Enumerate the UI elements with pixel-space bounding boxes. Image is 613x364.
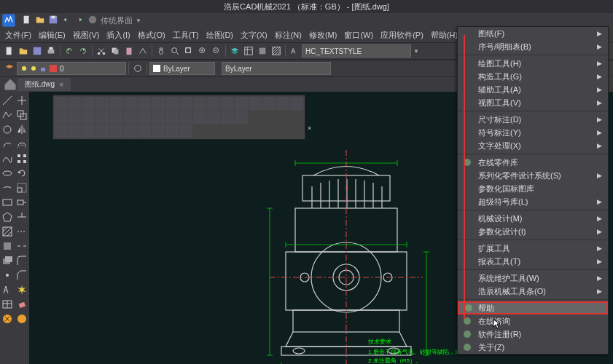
polygon-icon[interactable]	[1, 211, 13, 223]
cut-icon[interactable]	[95, 44, 108, 58]
menu-10[interactable]: 窗口(W)	[340, 28, 377, 42]
textstyle-combo[interactable]: HC_TEXTSTYLE	[302, 44, 411, 58]
menu-item[interactable]: 系列化零件设计系统(S)▶	[458, 169, 608, 182]
ft-btn[interactable]	[55, 111, 68, 124]
linetype-combo[interactable]: ByLayer	[222, 62, 331, 75]
ft-btn[interactable]	[110, 111, 123, 124]
ft-btn[interactable]	[96, 111, 109, 124]
ft-btn[interactable]	[138, 111, 151, 124]
text-icon[interactable]	[1, 284, 13, 296]
point-icon[interactable]	[1, 269, 13, 281]
ft-btn[interactable]	[152, 124, 165, 138]
region-icon[interactable]	[1, 240, 13, 252]
ft-btn[interactable]	[221, 97, 234, 110]
trim-icon[interactable]	[16, 211, 28, 223]
menu-item[interactable]: 构造工具(G)▶	[458, 70, 608, 83]
menu-item[interactable]: 辅助工具(A)▶	[458, 83, 608, 96]
layer-mgr-icon[interactable]	[3, 62, 16, 75]
menu-item[interactable]: 参数化设计(I)▶	[458, 225, 608, 238]
ft-btn[interactable]	[179, 111, 192, 124]
menu-9[interactable]: 修改(M)	[305, 28, 341, 42]
props-icon[interactable]	[242, 44, 255, 58]
ft-btn[interactable]	[165, 97, 179, 110]
menu-item[interactable]: 在线咨询	[458, 314, 608, 328]
dropdown-icon[interactable]: ▼	[413, 48, 419, 55]
menu-6[interactable]: 绘图(D)	[203, 28, 237, 42]
menu-item[interactable]: 绘图工具(H)▶	[458, 57, 608, 70]
chamfer-icon[interactable]	[16, 269, 28, 281]
menu-7[interactable]: 文字(X)	[237, 28, 271, 42]
ft-btn[interactable]	[165, 111, 179, 124]
menu-4[interactable]: 格式(O)	[134, 28, 169, 42]
menu-item[interactable]: 帮助	[458, 301, 608, 314]
menu-0[interactable]: 文件(F)	[1, 28, 35, 42]
offset-icon[interactable]	[16, 138, 28, 150]
ft-btn[interactable]	[207, 97, 220, 110]
menu-item[interactable]: 文字处理(X)▶	[458, 139, 608, 152]
menu-item[interactable]: 扩展工具▶	[458, 242, 608, 255]
app-logo[interactable]	[1, 13, 16, 28]
wipeout2-icon[interactable]	[16, 313, 28, 325]
rotate-icon[interactable]	[16, 167, 28, 179]
move-icon[interactable]	[16, 95, 28, 106]
ft-btn[interactable]	[82, 97, 95, 110]
layers-icon[interactable]	[228, 44, 241, 58]
print-icon[interactable]	[44, 44, 58, 58]
menu-3[interactable]: 插入(I)	[103, 28, 133, 42]
hatch-icon[interactable]	[1, 226, 13, 237]
ft-btn[interactable]	[124, 111, 137, 124]
ft-btn[interactable]	[276, 97, 289, 110]
ft-btn[interactable]	[249, 97, 262, 110]
save-icon[interactable]	[31, 44, 44, 58]
ft-btn[interactable]	[221, 111, 234, 124]
layer-prev-icon[interactable]	[131, 62, 144, 75]
ft-btn[interactable]	[124, 97, 137, 110]
menu-item[interactable]: 关于(Z)	[458, 341, 608, 354]
new-icon[interactable]	[3, 44, 16, 58]
menu-item[interactable]: 系统维护工具(W)▶	[458, 272, 608, 285]
erase-icon[interactable]	[16, 298, 28, 310]
dropdown-icon[interactable]: ▼	[136, 17, 141, 24]
arc-icon[interactable]	[1, 138, 13, 150]
text-icon[interactable]	[288, 44, 301, 58]
ft-btn[interactable]	[165, 124, 179, 138]
ft-btn[interactable]	[55, 124, 68, 138]
menu-item[interactable]: 超级符号库(L)▶	[458, 195, 608, 208]
close-icon[interactable]: ×	[59, 81, 63, 89]
doc-tab[interactable]: 图纸.dwg ×	[17, 78, 71, 91]
ft-btn[interactable]	[207, 111, 220, 124]
menu-item[interactable]: 软件注册(R)	[458, 328, 608, 341]
save-icon[interactable]	[48, 15, 58, 26]
undo-icon[interactable]	[63, 44, 76, 58]
redo-icon[interactable]	[77, 44, 90, 58]
menu-8[interactable]: 标注(N)	[271, 28, 305, 42]
explode-icon[interactable]	[16, 284, 28, 296]
ft-btn[interactable]	[96, 97, 109, 110]
menu-item[interactable]: 序号/明细表(B)▶	[458, 40, 608, 53]
polyline-icon[interactable]	[1, 109, 13, 121]
redo-icon[interactable]	[74, 15, 85, 26]
ft-btn[interactable]	[69, 97, 82, 110]
copy-icon[interactable]	[16, 109, 28, 121]
ft-btn[interactable]	[55, 97, 68, 110]
mirror-icon[interactable]	[16, 124, 28, 135]
menu-item[interactable]: 机械设计(M)▶	[458, 212, 608, 225]
ft-btn[interactable]	[193, 111, 206, 124]
table-icon[interactable]	[1, 298, 13, 310]
menu-11[interactable]: 应用软件(P)	[377, 28, 427, 42]
open-icon[interactable]	[17, 44, 30, 58]
ft-btn[interactable]	[110, 124, 123, 138]
menu-item[interactable]: 在线零件库	[458, 156, 608, 169]
wipeout-icon[interactable]	[1, 313, 13, 325]
scale-icon[interactable]	[16, 182, 28, 194]
ft-btn[interactable]	[82, 124, 95, 138]
spline-icon[interactable]	[1, 153, 13, 165]
open-icon[interactable]	[35, 15, 45, 26]
paste-icon[interactable]	[122, 44, 136, 58]
float-close-icon[interactable]: ×	[308, 124, 318, 135]
circle-icon[interactable]	[1, 124, 13, 135]
color-combo[interactable]: ByLayer	[149, 62, 215, 75]
menu-item[interactable]: 符号标注(Y)▶	[458, 126, 608, 139]
ft-btn[interactable]	[110, 97, 123, 110]
home-icon[interactable]	[3, 77, 17, 92]
